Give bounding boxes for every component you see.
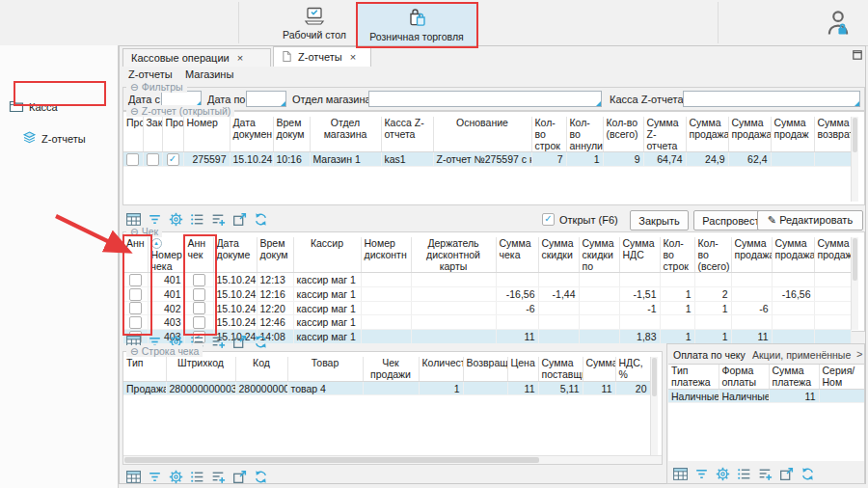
open-window-icon[interactable] xyxy=(231,211,248,228)
z-cash-input[interactable] xyxy=(683,91,860,107)
open-window-icon[interactable] xyxy=(231,469,248,485)
checkbox[interactable]: ✓ xyxy=(167,153,179,166)
settings-icon[interactable] xyxy=(168,211,184,228)
open-window-icon[interactable] xyxy=(778,466,795,482)
add-row-icon[interactable] xyxy=(210,211,227,228)
check-vertical-scrollbar[interactable] xyxy=(851,237,858,330)
column-header[interactable]: Кол-во аннулирс xyxy=(566,117,603,152)
table-grid-icon[interactable] xyxy=(672,466,689,482)
column-header[interactable]: Чек продажи xyxy=(363,357,419,382)
table-row[interactable]: Продажа2800000000035280000000...товар 41… xyxy=(123,382,650,395)
table-row[interactable]: 40215.10.2412:20кассир маг 1-6-111-6 xyxy=(123,301,851,315)
tab-zreports[interactable]: Z-отчеты × xyxy=(273,46,371,67)
column-header[interactable]: Сумма продаж xyxy=(771,117,814,152)
collapse-icon[interactable]: ⊖ xyxy=(130,345,139,357)
checkbox[interactable] xyxy=(147,153,159,166)
column-header[interactable]: Кассир xyxy=(293,237,361,273)
column-header[interactable]: Сумма скидки xyxy=(538,237,579,273)
maximize-icon[interactable] xyxy=(853,50,862,62)
column-header[interactable]: Сумма продажа xyxy=(731,237,772,273)
column-header[interactable]: Сумма чека xyxy=(496,237,538,273)
column-header[interactable]: Дата докумен xyxy=(230,117,273,152)
payment-tab[interactable]: Оплата по чеку xyxy=(673,349,746,361)
add-row-icon[interactable] xyxy=(210,334,227,350)
column-header[interactable]: Сумма поставщик xyxy=(538,357,583,382)
column-header[interactable]: Штрихкод xyxy=(166,357,235,382)
sidebar-item-zreports[interactable]: Z-отчеты xyxy=(22,130,86,147)
column-header[interactable]: Сумма продажа xyxy=(686,117,728,152)
column-header[interactable]: Основание xyxy=(433,117,531,152)
close-icon[interactable]: × xyxy=(350,51,356,63)
column-header[interactable]: Сумма продажа xyxy=(772,237,814,273)
collapse-icon[interactable]: ⊖ xyxy=(130,105,139,117)
column-header[interactable]: Цена xyxy=(507,357,538,382)
column-header[interactable]: Врем докум xyxy=(257,237,293,273)
column-header[interactable]: Сумма продаж xyxy=(814,237,851,273)
column-header[interactable]: Кол-во строк xyxy=(660,237,694,273)
open-filter-checkbox[interactable]: ✓ Открыт (F6) xyxy=(542,213,618,226)
settings-icon[interactable] xyxy=(715,466,731,482)
table-row[interactable]: 40115.10.2412:16кассир маг 1-16,56-1,44-… xyxy=(123,286,851,301)
date-to-input[interactable] xyxy=(246,91,286,107)
table-row[interactable]: 40315.10.2412:46кассир маг 1 xyxy=(123,315,851,330)
settings-icon[interactable] xyxy=(168,469,184,485)
column-header[interactable]: Количестве xyxy=(419,357,463,382)
refresh-icon[interactable] xyxy=(253,469,269,485)
add-row-icon[interactable] xyxy=(757,466,773,482)
refresh-icon[interactable] xyxy=(253,334,269,350)
subtab-stores[interactable]: Магазины xyxy=(185,68,233,83)
column-header[interactable]: Сумма xyxy=(583,357,615,382)
refresh-icon[interactable] xyxy=(253,211,269,228)
edit-button[interactable]: ✎ Редактировать xyxy=(757,210,863,230)
zreport-vertical-scrollbar[interactable] xyxy=(851,117,858,202)
table-row[interactable]: НаличныеНаличные11 xyxy=(668,390,864,403)
column-header[interactable]: Тип xyxy=(123,357,166,382)
column-header[interactable]: Кол-во строк xyxy=(531,117,566,152)
column-header[interactable]: Форма оплаты xyxy=(719,365,769,390)
close-icon[interactable]: × xyxy=(237,52,243,64)
column-header[interactable]: Держатель дисконтной карты xyxy=(411,237,496,273)
filter-icon[interactable] xyxy=(693,466,710,482)
collapse-icon[interactable]: ⊖ xyxy=(130,81,139,93)
column-header[interactable]: Сумма платежа xyxy=(769,365,819,390)
checkbox[interactable] xyxy=(126,153,139,166)
column-header[interactable]: Про xyxy=(162,117,183,152)
add-row-icon[interactable] xyxy=(210,469,227,485)
chevron-right-icon[interactable]: > xyxy=(856,348,862,360)
desktop-section-button[interactable]: Рабочий стол xyxy=(276,3,353,43)
column-header[interactable]: Сумма скидки по xyxy=(579,237,619,273)
column-header[interactable]: НДС, % xyxy=(615,357,650,382)
line-horizontal-scrollbar[interactable] xyxy=(123,455,662,464)
row-list-icon[interactable] xyxy=(189,469,205,485)
row-list-icon[interactable] xyxy=(736,466,752,482)
column-header[interactable]: Возвращен xyxy=(463,357,507,382)
column-header[interactable]: ▲Номер чека xyxy=(148,237,184,273)
column-header[interactable]: Сумма возврата xyxy=(814,117,851,152)
column-header[interactable]: Про xyxy=(123,117,143,152)
column-header[interactable]: Номер дисконтн xyxy=(361,237,411,273)
line-vertical-scrollbar[interactable] xyxy=(650,357,658,456)
table-row[interactable]: 40115.10.2412:13кассир маг 1 xyxy=(123,273,851,287)
tab-cash-operations[interactable]: Кассовые операции × xyxy=(122,48,271,67)
column-header[interactable]: Номер xyxy=(183,117,230,152)
column-header[interactable]: Кол-во (всего) xyxy=(694,237,731,273)
column-header[interactable]: Товар xyxy=(287,357,363,382)
open-window-icon[interactable] xyxy=(231,334,248,350)
column-header[interactable]: Врем докум xyxy=(273,117,310,152)
checkbox[interactable]: ✓ xyxy=(542,213,555,226)
filter-icon[interactable] xyxy=(147,469,163,485)
column-header[interactable]: Сумма Z- отчета xyxy=(643,117,686,152)
person-lock-icon[interactable] xyxy=(822,8,854,41)
column-header[interactable]: Зак xyxy=(143,117,162,152)
table-grid-icon[interactable] xyxy=(125,469,142,485)
column-header[interactable]: Отдел магазина xyxy=(310,117,381,152)
store-dept-input[interactable] xyxy=(368,91,602,107)
column-header[interactable]: Кол-во (всего) xyxy=(603,117,643,152)
refresh-icon[interactable] xyxy=(800,466,816,482)
column-header[interactable]: Код xyxy=(235,357,287,382)
row-list-icon[interactable] xyxy=(189,211,205,228)
column-header[interactable]: Сумма продажа xyxy=(728,117,771,152)
column-header[interactable]: Дата докуме xyxy=(213,237,257,273)
column-header[interactable]: Касса Z- отчета xyxy=(381,117,433,152)
column-header[interactable]: Сумма НДС xyxy=(619,237,660,273)
